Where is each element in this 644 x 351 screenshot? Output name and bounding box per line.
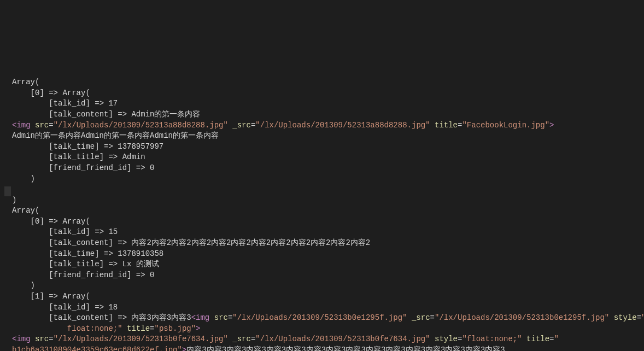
code-line[interactable]: <img src="/lx/Uploads/201309/52313a88d82… xyxy=(12,121,554,130)
gutter xyxy=(4,45,11,351)
code-editor-surface[interactable]: Array( [0] => Array( [talk_id] => 17 [ta… xyxy=(4,45,640,351)
code-line[interactable]: [talk_title] => Lx 的测试 xyxy=(12,260,159,268)
code-line[interactable]: [talk_content] => 内容2内容2内容2内容2内容2内容2内容2内… xyxy=(12,238,370,247)
code-line[interactable]: Array( xyxy=(12,78,39,86)
code-line[interactable]: [talk_time] => 1378910358 xyxy=(12,249,163,258)
code-line[interactable]: ) xyxy=(12,174,35,183)
code-line[interactable]: [talk_title] => Admin xyxy=(12,153,145,161)
code-line[interactable]: Array( xyxy=(12,206,39,215)
code-line[interactable]: b1cb6a33108904e3359c63ec68d622ef.jpg">内容… xyxy=(12,346,505,351)
code-line[interactable]: [talk_id] => 15 xyxy=(12,227,118,236)
code-line[interactable]: <img src="/lx/Uploads/201309/52313b0fe76… xyxy=(12,335,559,343)
code-line[interactable]: [friend_friend_id] => 0 xyxy=(12,163,154,172)
code-line[interactable]: Admin的第一条内容Admin的第一条内容Admin的第一条内容 xyxy=(12,131,219,140)
code-line[interactable]: ) xyxy=(12,281,35,290)
code-line[interactable]: [0] => Array( xyxy=(12,217,90,226)
code-line[interactable]: [talk_content] => 内容3内容3内容3<img src="/lx… xyxy=(12,313,644,322)
code-line[interactable]: [talk_id] => 18 xyxy=(12,303,118,312)
code-content[interactable]: Array( [0] => Array( [talk_id] => 17 [ta… xyxy=(12,77,640,351)
code-line[interactable]: ) xyxy=(12,196,16,204)
code-line[interactable]: [talk_id] => 17 xyxy=(12,99,118,108)
code-line[interactable]: [1] => Array( xyxy=(12,292,90,301)
code-line[interactable]: [friend_friend_id] => 0 xyxy=(12,271,154,279)
code-line[interactable]: [talk_time] => 1378957997 xyxy=(12,142,163,151)
code-line[interactable]: [0] => Array( xyxy=(12,89,90,97)
code-line[interactable]: [talk_content] => Admin的第一条内容 xyxy=(12,110,200,119)
gutter-marker xyxy=(4,186,11,196)
code-line[interactable]: float:none;" title="psb.jpg"> xyxy=(12,324,201,333)
